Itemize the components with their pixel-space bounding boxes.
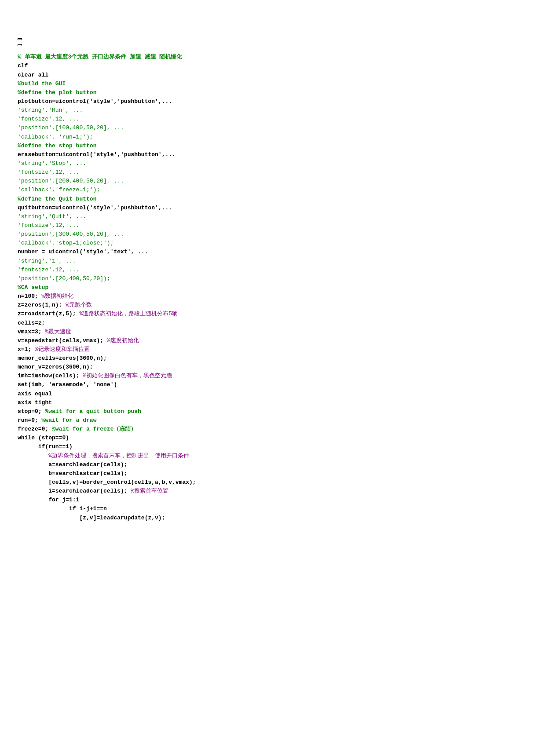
line-comment1: % 单车道 最大速度3个元胞 开口边界条件 加速 减速 随机慢化 — [18, 53, 413, 62]
line-fontsize-12c: 'fontsize',12, ... — [18, 221, 413, 230]
line-speedstart: v=speedstart(cells,vmax); %速度初始化 — [18, 336, 413, 345]
line-n100: n=100; %数据初始化 — [18, 292, 413, 301]
line-searchleadcar-i: i=searchleadcar(cells); %搜索首车位置 — [18, 487, 413, 496]
code-container: % 单车道 最大速度3个元胞 开口边界条件 加速 减速 随机慢化 clf cle… — [18, 35, 413, 522]
code-block: % 单车道 最大速度3个元胞 开口边界条件 加速 减速 随机慢化 clf cle… — [18, 53, 413, 522]
line-if-run: if(run==1) — [18, 442, 413, 451]
line-define-stop: %define the stop button — [18, 142, 413, 150]
line-axis-tight: axis tight — [18, 398, 413, 407]
line-roadstart: z=roadstart(z,5); %道路状态初始化，路段上随机分布5辆 — [18, 310, 413, 318]
line-imshow: imh=imshow(cells); %初始化图像白色有车，黑色空元胞 — [18, 372, 413, 380]
line-callback-freeze: 'callback','freeze=1;'); — [18, 186, 413, 194]
line-clear: clear all — [18, 71, 413, 80]
line-erasebutton: erasebutton=uicontrol('style','pushbutto… — [18, 150, 413, 159]
line-set-imh: set(imh, 'erasemode', 'none') — [18, 380, 413, 389]
line-callback-run: 'callback', 'run=1;'); — [18, 133, 413, 142]
line-freeze0: freeze=0; %wait for a freeze（冻结） — [18, 425, 413, 434]
line-stop0: stop=0; %wait for a quit button push — [18, 407, 413, 416]
line-zeros: z=zeros(1,n); %元胞个数 — [18, 301, 413, 310]
line-define-plot: %define the plot button — [18, 88, 413, 97]
line-while: while (stop==0) — [18, 434, 413, 442]
line-plotbutton: plotbutton=uicontrol('style','pushbutton… — [18, 97, 413, 106]
line-axis-equal: axis equal — [18, 390, 413, 398]
subtitle-box — [18, 44, 22, 46]
line-searchleadcar-a: a=searchleadcar(cells); — [18, 460, 413, 469]
line-fontsize-12a: 'fontsize',12, ... — [18, 115, 413, 124]
line-quitbutton: quitbutton=uicontrol('style','pushbutton… — [18, 204, 413, 212]
line-vmax: vmax=3; %最大速度 — [18, 328, 413, 336]
line-run0: run=0; %wait for a draw — [18, 416, 413, 425]
title-box — [18, 38, 22, 40]
line-position-20: 'position',[20,400,50,20]); — [18, 274, 413, 283]
line-string-run: 'string','Run', ... — [18, 106, 413, 115]
line-string-quit: 'string','Quit', ... — [18, 212, 413, 221]
line-searchlastcar-b: b=searchlastcar(cells); — [18, 469, 413, 478]
line-fontsize-12b: 'fontsize',12, ... — [18, 168, 413, 177]
line-number: number = uicontrol('style','text', ... — [18, 248, 413, 256]
line-build: %build the GUI — [18, 80, 413, 88]
line-memor-v: memor_v=zeros(3600,n); — [18, 363, 413, 372]
line-memor-cells: memor_cells=zeros(3600,n); — [18, 354, 413, 363]
line-position-100: 'position',[100,400,50,20], ... — [18, 124, 413, 132]
line-border-control: [cells,v]=border_control(cells,a,b,v,vma… — [18, 478, 413, 487]
line-callback-stop: 'callback','stop=1;close;'); — [18, 239, 413, 248]
line-string-1: 'string','1', ... — [18, 257, 413, 266]
line-cells-z: cells=z; — [18, 319, 413, 328]
line-define-quit: %define the Quit button — [18, 195, 413, 204]
line-position-300: 'position',[300,400,50,20], ... — [18, 230, 413, 239]
line-clf: clf — [18, 62, 413, 70]
line-leadcarupdate: [z,v]=leadcarupdate(z,v); — [18, 514, 413, 522]
line-ca-setup: %CA setup — [18, 283, 413, 292]
line-if-i-j: if i-j+1==n — [18, 504, 413, 513]
line-fontsize-12d: 'fontsize',12, ... — [18, 266, 413, 274]
line-boundary-comment: %边界条件处理，搜索首末车，控制进出，使用开口条件 — [18, 452, 413, 460]
line-x1: x=1; %记录速度和车辆位置 — [18, 345, 413, 354]
line-string-stop: 'string','Stop', ... — [18, 159, 413, 168]
line-position-200: 'position',[200,400,50,20], ... — [18, 177, 413, 186]
line-for-j: for j=1:i — [18, 496, 413, 504]
